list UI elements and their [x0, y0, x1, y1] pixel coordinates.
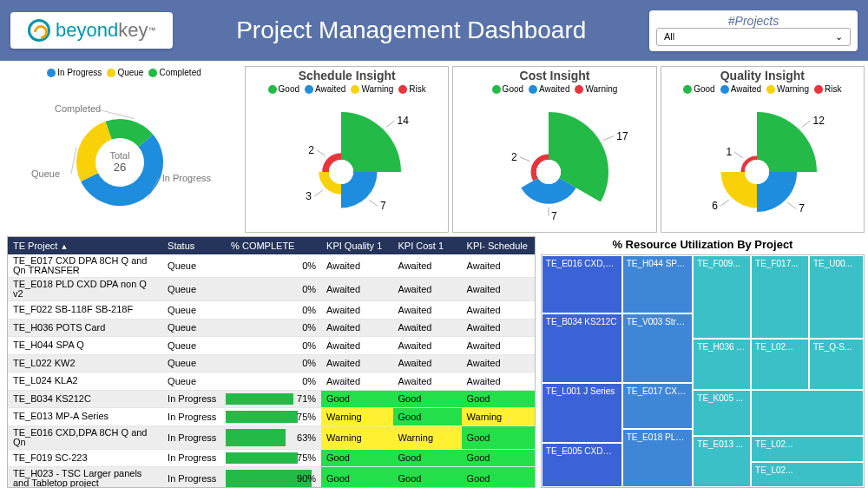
treemap-block[interactable] [751, 390, 864, 436]
svg-line-30 [734, 152, 743, 158]
table-row[interactable]: TE_L022 KW2Queue0%AwaitedAwaitedAwaited [8, 354, 535, 373]
quality-chart[interactable]: Quality Insight Good Awaited Warning Ris… [661, 66, 865, 233]
treemap-block[interactable]: TE_V003 Stream... [622, 313, 694, 383]
treemap-block[interactable]: TE_L02... [751, 436, 864, 461]
treemap-block[interactable]: TE_K005 ... [693, 390, 751, 436]
cost-legend: Good Awaited Warning [453, 84, 655, 94]
schedule-legend: Good Awaited Warning Risk [246, 84, 448, 94]
table-row[interactable]: TE_L024 KLA2Queue0%AwaitedAwaitedAwaited [8, 373, 535, 391]
treemap-block[interactable]: TE_L02... [751, 339, 809, 390]
legend-item: Good [503, 84, 523, 94]
svg-text:12: 12 [812, 115, 825, 127]
table-row[interactable]: TE_E016 CXD,DPA 8CH Q and QnIn Progress6… [8, 425, 535, 449]
svg-line-24 [801, 121, 810, 127]
treemap-block[interactable]: TE_E005 CXDDPA Q 8Chl [542, 443, 622, 487]
column-header[interactable]: KPI Quality 1 [321, 237, 392, 254]
svg-text:Completed: Completed [55, 103, 101, 114]
cost-rose: 1772 [453, 94, 653, 228]
svg-text:Queue: Queue [31, 168, 60, 179]
resource-treemap[interactable]: % Resource Utilization By Project TE_E01… [541, 236, 865, 488]
svg-line-12 [314, 190, 323, 196]
legend-item: Warning [777, 84, 809, 94]
svg-point-32 [745, 160, 769, 184]
svg-line-26 [787, 202, 796, 208]
table-row[interactable]: TE_E018 PLD CXD DPA non Q v2Queue0%Await… [8, 278, 535, 301]
svg-line-10 [369, 200, 378, 206]
page-title: Project Management Dashboard [190, 16, 632, 44]
status-donut: Total26In ProgressQueueCompleted [7, 77, 241, 227]
table-row[interactable]: TE_H023 - TSC Larger panels and Tabletop… [8, 467, 535, 489]
svg-line-17 [604, 136, 615, 141]
legend-item: Awaited [539, 84, 569, 94]
charts-row: In Progress Queue Completed Total26In Pr… [0, 61, 868, 236]
filter-value: All [664, 31, 674, 42]
projects-filter: #Projects All ⌄ [649, 10, 858, 51]
column-header[interactable]: KPI- Schedule [462, 237, 535, 254]
table-row[interactable]: TE_E013 MP-A SeriesIn Progress75%Warning… [8, 408, 535, 426]
svg-point-16 [329, 160, 353, 184]
svg-text:17: 17 [617, 130, 629, 142]
table-row[interactable]: TE_E017 CXD DPA 8CH Q and Qn TRANSFERQue… [8, 254, 535, 278]
svg-text:In Progress: In Progress [162, 173, 212, 183]
treemap-block[interactable]: TE_E013 ... [693, 436, 751, 487]
treemap-block[interactable]: TE_F009... [693, 255, 751, 339]
svg-text:Total: Total [109, 150, 129, 161]
projects-select[interactable]: All ⌄ [656, 28, 851, 46]
legend-item: Queue [117, 68, 143, 77]
legend-item: Completed [159, 68, 201, 77]
brand-text-b: key [118, 19, 148, 42]
svg-line-21 [520, 157, 530, 162]
svg-text:7: 7 [380, 200, 386, 212]
table-row[interactable]: TE_F022 SB-118F SB-218FQueue0%AwaitedAwa… [8, 301, 535, 320]
column-header[interactable]: % COMPLETE [226, 237, 321, 254]
projects-table[interactable]: TE Project ▲Status% COMPLETEKPI Quality … [7, 236, 536, 488]
svg-line-5 [71, 148, 76, 174]
chart-title: Schedule Insight [246, 69, 448, 82]
svg-line-28 [720, 200, 729, 206]
svg-text:7: 7 [551, 210, 557, 222]
legend-item: In Progress [57, 68, 102, 77]
svg-line-14 [317, 150, 326, 156]
treemap-block[interactable]: TE_F017... [751, 255, 809, 339]
treemap-block[interactable]: TE_H036 P... [693, 339, 751, 390]
svg-text:7: 7 [799, 202, 805, 214]
legend-item: Risk [825, 84, 841, 94]
legend-item: Awaited [315, 84, 345, 94]
lower-row: TE Project ▲Status% COMPLETEKPI Quality … [0, 236, 868, 488]
column-header[interactable]: TE Project ▲ [8, 237, 162, 254]
legend-item: Awaited [731, 84, 761, 94]
chart-title: Cost Insight [453, 69, 655, 82]
treemap-block[interactable]: TE_H044 SPA Q [622, 255, 694, 313]
treemap-block[interactable]: TE_E016 CXD,DPA 8CH... [542, 255, 622, 313]
schedule-chart[interactable]: Schedule Insight Good Awaited Warning Ri… [245, 66, 449, 233]
treemap-block[interactable]: TE_E017 CXD D... [622, 383, 694, 429]
treemap-block[interactable]: TE_E018 PLD CX... [622, 429, 694, 487]
treemap-block[interactable]: TE_U00... [809, 255, 864, 339]
brand-logo: beyondkey™ [10, 12, 173, 49]
chart-title: Quality Insight [661, 69, 864, 82]
treemap-block[interactable]: TE_L001 J Series [542, 383, 622, 443]
table-row[interactable]: TE_F019 SC-223In Progress75%GoodGoodGood [8, 449, 535, 467]
svg-text:26: 26 [114, 161, 126, 174]
column-header[interactable]: Status [162, 237, 226, 254]
table-row[interactable]: TE_B034 KS212CIn Progress71%GoodGoodGood [8, 390, 535, 408]
treemap-block[interactable]: TE_L02... [751, 462, 864, 487]
column-header[interactable]: KPI Cost 1 [393, 237, 462, 254]
svg-text:2: 2 [511, 151, 517, 163]
legend-item: Good [694, 84, 714, 94]
quality-legend: Good Awaited Warning Risk [661, 84, 864, 94]
legend-item: Good [279, 84, 299, 94]
table-row[interactable]: TE_H036 POTS CardQueue0%AwaitedAwaitedAw… [8, 319, 535, 337]
quality-rose: 12761 [661, 94, 861, 228]
treemap-block[interactable]: TE_B034 KS212C [542, 313, 622, 383]
cost-chart[interactable]: Cost Insight Good Awaited Warning 1772 [452, 66, 656, 233]
table-row[interactable]: TE_H044 SPA QQueue0%AwaitedAwaitedAwaite… [8, 337, 535, 355]
filter-label: #Projects [656, 14, 851, 28]
status-chart[interactable]: In Progress Queue Completed Total26In Pr… [7, 66, 241, 233]
svg-text:6: 6 [712, 200, 718, 212]
brand-text-a: beyond [56, 19, 118, 42]
svg-line-8 [386, 121, 395, 127]
trademark: ™ [148, 26, 155, 35]
logo-icon [28, 19, 50, 42]
treemap-block[interactable]: TE_Q-S... [809, 339, 864, 390]
